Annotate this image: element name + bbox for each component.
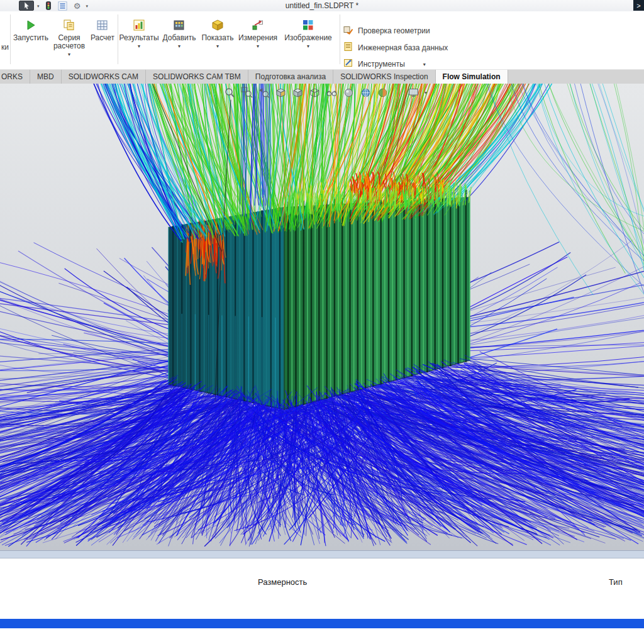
dropdown-arrow-icon[interactable]: ▾ <box>178 44 180 49</box>
zoom-area-icon[interactable] <box>241 87 253 99</box>
ribbon-separator <box>10 14 11 64</box>
tools-item[interactable]: Инструменты ▾ <box>343 58 426 70</box>
ribbon-separator <box>340 14 340 64</box>
hud-toolbar: ▾ <box>224 87 427 99</box>
command-list-icon[interactable] <box>57 1 69 11</box>
dropdown-arrow-icon[interactable]: ▾ <box>216 44 219 49</box>
image-icon <box>302 16 314 31</box>
titlebar: ▾ ⚙ ▾ untitled_fin.SLDPRT * > <box>0 0 644 11</box>
display-icon <box>211 16 224 31</box>
tab-flow-simulation[interactable]: Flow Simulation <box>436 70 508 84</box>
monitor-icon[interactable] <box>408 87 419 99</box>
column-header-type: Тип <box>609 577 623 587</box>
image-button[interactable]: Изображение ▾ <box>280 16 336 49</box>
engineering-database-icon <box>343 42 353 54</box>
panel-splitter[interactable] <box>0 550 644 558</box>
appearance-icon[interactable] <box>343 87 355 99</box>
selected-row[interactable] <box>0 619 644 628</box>
dropdown-arrow-icon[interactable]: ▾ <box>68 52 70 57</box>
previous-view-icon[interactable] <box>258 87 270 99</box>
tab-solidworks-clipped[interactable]: ORKS <box>0 70 30 84</box>
batch-run-button[interactable]: Серия расчетов ▾ <box>52 16 87 57</box>
traffic-light-icon[interactable] <box>43 1 54 11</box>
tab-mbd[interactable]: MBD <box>30 70 62 84</box>
results-button[interactable]: Результаты ▾ <box>119 16 158 49</box>
measure-button[interactable]: Измерения ▾ <box>238 16 278 49</box>
command-manager-ribbon: ки Запустить Серия расчетов ▾ Расчет Рез… <box>0 11 644 69</box>
check-geometry-item[interactable]: Проверка геометрии <box>343 25 430 36</box>
gear-dropdown-arrow-icon[interactable]: ▾ <box>86 4 89 8</box>
column-header-dimension: Размерность <box>258 577 307 587</box>
panel-flyout-button[interactable]: > <box>633 0 644 11</box>
run-icon <box>25 16 37 31</box>
select-dropdown-arrow-icon[interactable]: ▾ <box>37 4 40 8</box>
tab-solidworks-inspection[interactable]: SOLIDWORKS Inspection <box>333 70 435 84</box>
measure-icon <box>252 16 264 31</box>
command-manager-tabbar: ORKS MBD SOLIDWORKS CAM SOLIDWORKS CAM T… <box>0 69 644 84</box>
quick-access-toolbar: ▾ ⚙ ▾ <box>19 1 88 11</box>
dropdown-arrow-icon[interactable]: ▾ <box>138 44 140 49</box>
select-cursor-icon[interactable] <box>19 1 34 11</box>
solver-icon <box>96 16 109 31</box>
clipped-ribbon-label: ки <box>1 43 9 52</box>
results-table-panel: Размерность Тип <box>0 558 644 644</box>
insert-button[interactable]: Добавить ▾ <box>161 16 197 49</box>
ribbon-separator <box>118 14 118 64</box>
view-orientation-icon[interactable] <box>292 87 304 99</box>
insert-icon <box>173 16 186 31</box>
dropdown-arrow-icon[interactable]: ▾ <box>307 44 309 49</box>
section-view-icon[interactable] <box>275 87 287 99</box>
solidworks-window: ▾ ⚙ ▾ untitled_fin.SLDPRT * > ки Запусти… <box>0 0 644 644</box>
results-icon <box>133 16 145 31</box>
check-geometry-icon <box>343 25 353 37</box>
document-title: untitled_fin.SLDPRT * <box>286 1 358 10</box>
viewport: ▾ <box>0 84 644 550</box>
batch-run-icon <box>63 16 75 31</box>
tools-icon <box>343 58 353 70</box>
hud-dropdown-arrow-icon[interactable]: ▾ <box>425 90 427 96</box>
tabbar-filler <box>508 70 644 84</box>
tab-analysis-preparation[interactable]: Подготовка анализа <box>248 70 333 84</box>
run-button[interactable]: Запустить <box>11 16 50 42</box>
view-settings-icon[interactable] <box>377 87 389 99</box>
viewport-canvas[interactable] <box>0 84 644 550</box>
display-style-icon[interactable] <box>309 87 321 99</box>
gear-icon[interactable]: ⚙ <box>72 1 83 11</box>
zoom-fit-icon[interactable] <box>224 87 236 99</box>
dropdown-arrow-icon[interactable]: ▾ <box>257 44 259 49</box>
scene-icon[interactable] <box>360 87 372 99</box>
tab-solidworks-cam[interactable]: SOLIDWORKS CAM <box>62 70 146 84</box>
solver-button[interactable]: Расчет <box>88 16 117 42</box>
tab-solidworks-cam-tbm[interactable]: SOLIDWORKS CAM TBM <box>146 70 248 84</box>
display-button[interactable]: Показать ▾ <box>200 16 235 49</box>
hide-show-items-icon[interactable] <box>326 87 338 99</box>
engineering-database-item[interactable]: Инженерная база данных <box>343 42 448 53</box>
dropdown-arrow-icon[interactable]: ▾ <box>423 62 426 67</box>
